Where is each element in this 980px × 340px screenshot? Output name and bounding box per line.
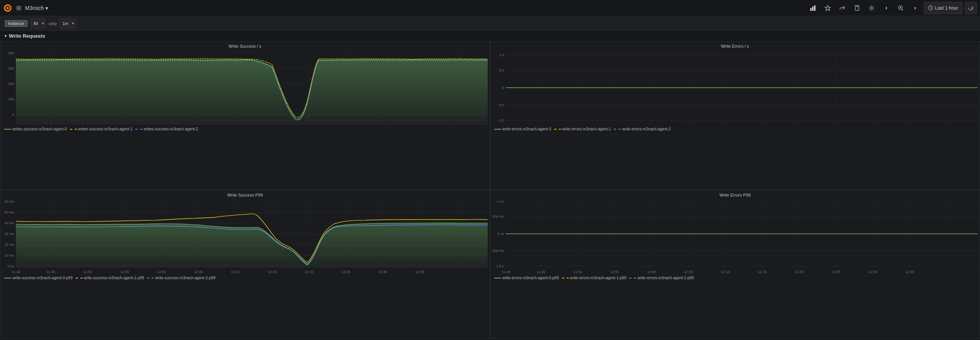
write-success-p99-chart-area[interactable]: 60 ms 50 ms 40 ms 30 ms 20 ms 10 ms 0 ns: [0, 198, 490, 275]
grafana-logo-icon[interactable]: [3, 3, 12, 13]
svg-text:-1.0: -1.0: [498, 118, 504, 122]
svg-rect-4: [812, 7, 813, 11]
legend-color-p99-agent0: [4, 278, 11, 278]
svg-text:12:20: 12:20: [795, 270, 803, 274]
svg-text:1.0 s: 1.0 s: [497, 200, 504, 203]
write-success-rate-chart-area[interactable]: 400 300 200 100 0: [0, 49, 490, 126]
legend-item-errors-agent1: write-errors-m3nach-agent-1: [554, 127, 611, 131]
svg-text:-0.5: -0.5: [498, 103, 504, 107]
svg-marker-6: [825, 5, 830, 11]
svg-text:60 ms: 60 ms: [5, 200, 14, 203]
section-chevron-icon: ▾: [5, 34, 7, 38]
svg-text:12:10: 12:10: [721, 270, 730, 274]
nav-back-button[interactable]: [880, 2, 892, 14]
legend-item-agent2: writes-success-m3nach-agent-2: [135, 127, 198, 131]
svg-text:12:15: 12:15: [758, 270, 767, 274]
write-errors-rate-legend: write-errors-m3nach-agent-0 write-errors…: [490, 126, 980, 133]
svg-text:1.0: 1.0: [499, 53, 504, 57]
svg-text:12:05: 12:05: [194, 270, 203, 274]
svg-text:0.5: 0.5: [499, 68, 504, 72]
svg-text:400: 400: [8, 51, 14, 55]
svg-rect-3: [810, 8, 812, 11]
app-name-text: M3nsch: [25, 5, 44, 11]
svg-text:100: 100: [8, 97, 14, 101]
legend-color-p99-agent1: [76, 278, 83, 278]
legend-item-ep99-agent2: write-errors-m3nach-agent-2-p99: [629, 276, 694, 280]
legend-color-errors-agent2: [614, 129, 621, 130]
svg-text:12:25: 12:25: [342, 270, 350, 274]
write-success-rate-legend: writes-success-m3nach-agent-0 writes-suc…: [0, 126, 490, 133]
write-errors-p99-chart-area[interactable]: 1.0 s 500 ms 0 ns -500 ms -1.0 s: [490, 198, 980, 275]
svg-text:11:40: 11:40: [12, 270, 20, 274]
write-success-rate-panel: Write Success / s 400 300: [0, 41, 490, 190]
legend-color-p99-agent2: [147, 278, 154, 278]
write-errors-rate-chart-area[interactable]: 1.0 0.5 0 -0.5 -1.0: [490, 49, 980, 126]
zoom-button[interactable]: [895, 2, 907, 14]
step-filter-select[interactable]: 1m: [60, 18, 76, 28]
svg-text:12:15: 12:15: [268, 270, 277, 274]
svg-text:12:00: 12:00: [647, 270, 656, 274]
refresh-button[interactable]: [965, 2, 977, 14]
svg-text:11:55: 11:55: [120, 270, 129, 274]
settings-button[interactable]: [865, 2, 878, 14]
legend-item-agent0: writes-success-m3nach-agent-0: [4, 127, 67, 131]
svg-text:200: 200: [8, 82, 14, 86]
chart-view-button[interactable]: [807, 2, 819, 14]
topbar: ⊞ M3nsch ▾: [0, 0, 980, 16]
star-button[interactable]: [822, 2, 834, 14]
write-errors-p99-legend: write-errors-m3nach-agent-0-p99 write-er…: [490, 275, 980, 282]
legend-color-errors-agent1: [554, 129, 561, 130]
all-filter-select-wrap: All: [31, 18, 46, 28]
legend-color-ep99-agent0: [494, 278, 501, 278]
svg-text:12:35: 12:35: [905, 270, 914, 274]
apps-grid-icon[interactable]: ⊞: [16, 4, 21, 12]
legend-item-ep99-agent0: write-errors-m3nach-agent-0-p99: [494, 276, 559, 280]
legend-item-p99-agent2: write-success-m3nach-agent-2-p99: [147, 276, 215, 280]
write-errors-rate-svg: 1.0 0.5 0 -0.5 -1.0: [490, 49, 980, 126]
svg-text:12:25: 12:25: [832, 270, 840, 274]
write-success-p99-title: Write Success P99: [0, 190, 490, 198]
svg-text:0: 0: [12, 113, 14, 117]
filterbar: Instance All step 1m: [0, 16, 980, 31]
write-errors-p99-panel: Write Errors P99 1.0 s 500 ms 0 ns -500 …: [490, 190, 980, 339]
svg-text:300: 300: [8, 67, 14, 70]
legend-color-agent0: [4, 129, 11, 130]
write-success-rate-svg: 400 300 200 100 0: [0, 49, 490, 126]
write-success-rate-title: Write Success / s: [0, 42, 490, 49]
share-button[interactable]: [836, 2, 848, 14]
svg-rect-5: [814, 5, 815, 11]
copy-button[interactable]: [851, 2, 863, 14]
svg-text:0: 0: [502, 86, 504, 90]
svg-text:-500 ms: -500 ms: [492, 249, 504, 253]
write-requests-section-header[interactable]: ▾ Write Requests: [0, 31, 980, 41]
topbar-left: ⊞ M3nsch ▾: [3, 3, 807, 13]
legend-color-errors-agent0: [494, 129, 501, 130]
time-range-button[interactable]: Last 1 hour: [924, 2, 962, 14]
write-success-p99-svg: 60 ms 50 ms 40 ms 30 ms 20 ms 10 ms 0 ns: [0, 198, 490, 275]
instance-filter-button[interactable]: Instance: [5, 20, 28, 27]
svg-text:12:30: 12:30: [378, 270, 387, 274]
svg-text:40 ms: 40 ms: [5, 221, 14, 225]
nav-forward-button[interactable]: [909, 2, 922, 14]
svg-text:30 ms: 30 ms: [5, 232, 14, 236]
svg-rect-7: [855, 7, 859, 10]
legend-color-agent1: [70, 129, 77, 130]
svg-text:12:30: 12:30: [868, 270, 877, 274]
legend-color-ep99-agent2: [629, 278, 636, 278]
svg-text:50 ms: 50 ms: [5, 210, 14, 214]
svg-text:11:45: 11:45: [47, 270, 55, 274]
svg-text:11:50: 11:50: [573, 270, 582, 274]
step-label: step: [49, 21, 57, 26]
topbar-right: Last 1 hour: [807, 2, 977, 14]
svg-text:0 ns: 0 ns: [497, 232, 504, 236]
app-name-caret-icon: ▾: [45, 5, 48, 11]
write-errors-p99-svg: 1.0 s 500 ms 0 ns -500 ms -1.0 s: [490, 198, 980, 275]
svg-text:12:00: 12:00: [157, 270, 166, 274]
write-success-p99-panel: Write Success P99 60 ms 5: [0, 190, 490, 339]
app-name[interactable]: M3nsch ▾: [25, 5, 48, 11]
write-errors-p99-title: Write Errors P99: [490, 190, 980, 198]
all-filter-select[interactable]: All: [31, 18, 46, 28]
svg-text:12:35: 12:35: [415, 270, 424, 274]
time-range-label: Last 1 hour: [935, 5, 958, 11]
svg-point-2: [7, 7, 9, 9]
